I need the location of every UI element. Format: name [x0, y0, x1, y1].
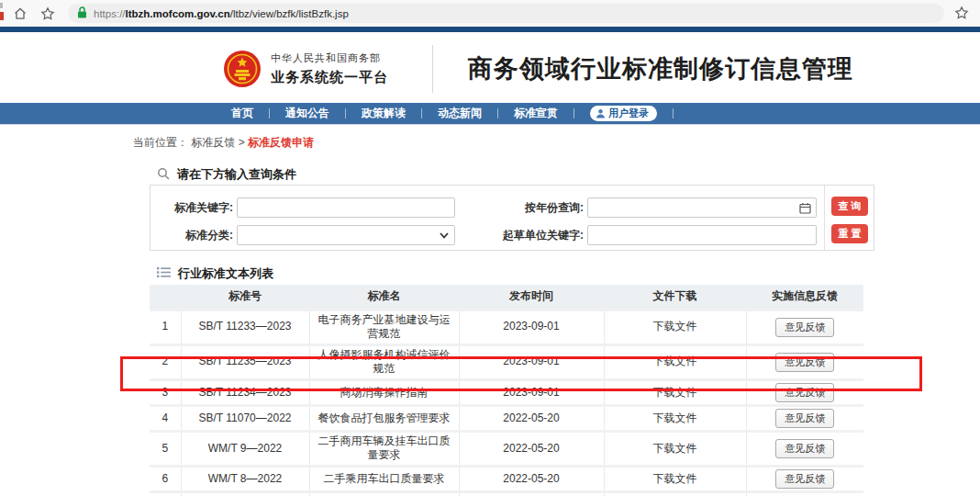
table-row: 5 WM/T 9—2022 二手商用车辆及挂车出口质量要求 2022-05-20… [150, 431, 863, 466]
feedback-button[interactable]: 意见反馈 [775, 469, 834, 489]
user-icon [596, 108, 606, 118]
page-title: 商务领域行业标准制修订信息管理 [468, 52, 853, 85]
standard-name: 二手乘用车出口质量要求 [309, 467, 459, 492]
table-row: 4 SB/T 11070—2022 餐饮食品打包服务管理要求 2022-05-2… [150, 405, 863, 431]
category-select[interactable] [237, 225, 455, 245]
list-icon [157, 266, 171, 281]
calendar-icon[interactable] [799, 201, 811, 218]
feedback-button[interactable]: 意见反馈 [775, 353, 834, 372]
col-header-code: 标准号 [181, 285, 309, 310]
category-label: 标准分类: [160, 225, 233, 245]
col-header-date: 发布时间 [459, 285, 604, 310]
year-label: 按年份查询: [492, 197, 584, 218]
standard-name: 商场消毒操作指南 [309, 379, 459, 405]
nav-item-standards[interactable]: 标准宣贯 [514, 106, 558, 121]
keyword-label: 标准关键字: [160, 197, 233, 218]
nav-separator [673, 108, 674, 118]
nav-separator [269, 108, 270, 118]
nav-separator [497, 108, 498, 118]
table-section-title-text: 行业标准文本列表 [178, 265, 273, 282]
user-login-label: 用户登录 [608, 107, 649, 120]
feedback-button[interactable]: 意见反馈 [775, 383, 834, 402]
nav-separator [421, 108, 422, 118]
form-button-divider [824, 186, 825, 250]
browser-toolbar: https://ltbzh.mofcom.gov.cn/ltbz/view/bz… [0, 0, 980, 27]
search-form: 标准关键字: 按年份查询: 标准分类: 起草单位关键字: 查 询 重 置 [150, 185, 874, 251]
row-number: 3 [150, 379, 181, 405]
breadcrumb-prefix: 当前位置： [133, 136, 188, 149]
breadcrumb-current: 标准反馈申请 [248, 136, 314, 149]
publish-date: 2022-05-20 [459, 467, 604, 492]
main-nav: 首页 通知公告 政策解读 动态新闻 标准宣贯 用户登录 [0, 103, 980, 125]
national-emblem-logo [223, 50, 262, 88]
publish-date: 2023-09-01 [459, 379, 604, 405]
standard-code: WM/T 8—2022 [181, 467, 309, 492]
row-number: 7 [150, 492, 181, 496]
year-input-wrap [587, 197, 817, 218]
reset-button[interactable]: 重 置 [831, 224, 868, 243]
search-section-title: 请在下方输入查询条件 [150, 166, 296, 183]
col-header-name: 标准名 [309, 285, 459, 310]
feedback-button[interactable]: 意见反馈 [775, 439, 834, 458]
standard-name: 企业对消费者（B2C）电子商务平台交易规则制定指南 [309, 492, 459, 496]
keyword-input[interactable] [237, 197, 455, 218]
toolbar-edge-fragment [0, 3, 3, 8]
nav-item-notices[interactable]: 通知公告 [285, 106, 329, 121]
nav-item-news[interactable]: 动态新闻 [438, 106, 482, 121]
year-input[interactable] [587, 197, 817, 218]
standard-code: SB/T 11233—2023 [181, 310, 309, 344]
drafter-label: 起草单位关键字: [473, 225, 584, 245]
org-line2: 业务系统统一平台 [271, 69, 388, 86]
standard-code: SB/T 11234—2023 [181, 379, 309, 405]
download-file-link[interactable]: 下载文件 [653, 355, 697, 367]
url-text: https://ltbzh.mofcom.gov.cn/ltbz/view/bz… [94, 8, 349, 19]
col-header-index [150, 285, 181, 310]
feedback-button[interactable]: 意见反馈 [775, 318, 834, 337]
publish-date: 2022-05-20 [459, 492, 604, 496]
standard-name: 餐饮食品打包服务管理要求 [309, 405, 459, 431]
standards-table: 标准号 标准名 发布时间 文件下载 实施信息反馈 1 SB/T 11233—20… [150, 285, 863, 496]
table-row-highlighted: 3 SB/T 11234—2023 商场消毒操作指南 2023-09-01 下载… [150, 379, 863, 405]
row-number: 4 [150, 405, 181, 431]
row-number: 5 [150, 431, 181, 466]
publish-date: 2023-09-01 [459, 344, 604, 379]
publish-date: 2022-05-20 [459, 405, 604, 431]
user-login-button[interactable]: 用户登录 [590, 106, 657, 121]
row-number: 1 [150, 310, 181, 344]
nav-item-policy[interactable]: 政策解读 [362, 106, 406, 121]
standard-name: 二手商用车辆及挂车出口质量要求 [309, 431, 459, 466]
nav-separator [345, 108, 346, 118]
row-number: 2 [150, 344, 181, 379]
download-file-link[interactable]: 下载文件 [653, 320, 697, 333]
download-file-link[interactable]: 下载文件 [653, 472, 697, 485]
drafter-input[interactable] [587, 225, 817, 245]
table-section-title: 行业标准文本列表 [150, 265, 273, 282]
search-icon [157, 167, 170, 183]
table-row: 1 SB/T 11233—2023 电子商务产业基地建设与运营规范 2023-0… [150, 310, 863, 344]
breadcrumb: 当前位置： 标准反馈 > 标准反馈申请 [133, 135, 314, 151]
download-file-link[interactable]: 下载文件 [653, 411, 697, 424]
search-section-title-text: 请在下方输入查询条件 [177, 166, 296, 183]
publish-date: 2023-09-01 [459, 310, 604, 344]
col-header-download: 文件下载 [604, 285, 746, 310]
download-file-link[interactable]: 下载文件 [653, 442, 697, 455]
table-row: 2 SB/T 11235—2023 人像摄影服务机构诚信评价规范 2023-09… [150, 344, 863, 379]
standard-name: 人像摄影服务机构诚信评价规范 [309, 344, 459, 379]
site-header: 中华人民共和国商务部 业务系统统一平台 商务领域行业标准制修订信息管理 [0, 32, 980, 103]
table-row: 7 SB/T 11232—2022 企业对消费者（B2C）电子商务平台交易规则制… [150, 492, 863, 496]
bookmark-page-star-icon[interactable] [954, 6, 969, 20]
brand-block: 中华人民共和国商务部 业务系统统一平台 商务领域行业标准制修订信息管理 [223, 45, 853, 93]
feedback-button[interactable]: 意见反馈 [775, 409, 834, 428]
download-file-link[interactable]: 下载文件 [653, 386, 697, 399]
query-button[interactable]: 查 询 [831, 197, 868, 216]
table-row: 6 WM/T 8—2022 二手乘用车出口质量要求 2022-05-20 下载文… [150, 467, 863, 492]
standard-code: SB/T 11070—2022 [181, 405, 309, 431]
table-header-row: 标准号 标准名 发布时间 文件下载 实施信息反馈 [150, 285, 863, 310]
nav-item-home[interactable]: 首页 [231, 106, 253, 121]
bookmark-star-icon[interactable] [40, 6, 55, 21]
standard-code: SB/T 11235—2023 [181, 344, 309, 379]
standard-name: 电子商务产业基地建设与运营规范 [309, 310, 459, 344]
home-icon[interactable] [13, 6, 28, 21]
address-bar[interactable]: https://ltbzh.mofcom.gov.cn/ltbz/view/bz… [68, 4, 944, 23]
header-divider [432, 45, 433, 93]
